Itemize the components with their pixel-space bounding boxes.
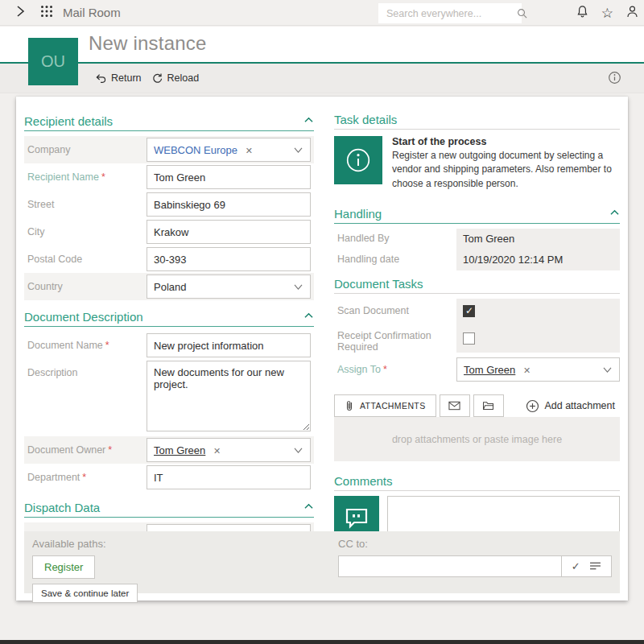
cc-to-input[interactable] <box>338 555 562 577</box>
collapse-chevron-icon[interactable] <box>303 308 314 324</box>
favorites-star-icon[interactable]: ☆ <box>601 6 613 20</box>
assign-to-select[interactable]: Tom Green ✕ <box>456 357 620 382</box>
postal-code-input[interactable] <box>147 247 311 271</box>
register-path-button[interactable]: Register <box>32 555 95 579</box>
field-row-description: Description New documents for our new pr… <box>24 359 314 436</box>
reload-button[interactable]: Reload <box>147 69 204 88</box>
task-info-block: Start of the process Register a new outg… <box>334 136 620 191</box>
remove-chip-icon[interactable]: ✕ <box>246 146 253 155</box>
notifications-bell-icon[interactable] <box>576 5 589 22</box>
collapse-chevron-icon[interactable] <box>303 499 314 514</box>
field-row-country: Country Poland <box>24 273 314 300</box>
field-row-city: City <box>24 218 314 246</box>
company-select[interactable]: WEBCON Europe ✕ <box>147 138 311 162</box>
field-row-recipient-name: Recipient Name* <box>24 163 314 191</box>
required-marker: * <box>105 340 109 351</box>
save-continue-button[interactable]: Save & continue later <box>32 584 138 603</box>
app-title: Mail Room <box>63 6 121 19</box>
assignee-chip[interactable]: Tom Green <box>464 364 515 376</box>
page-title: New instance <box>89 32 206 55</box>
field-row-company: Company WEBCON Europe ✕ <box>24 136 314 163</box>
field-row-document-name: Document Name* <box>24 332 314 359</box>
search-box <box>378 3 522 23</box>
dropzone-hint: drop attachments or paste image here <box>392 434 562 445</box>
street-input[interactable] <box>147 192 311 217</box>
description-textarea[interactable]: New documents for our new project. <box>147 361 311 431</box>
form-footer: Available paths: Register Save & continu… <box>24 531 620 593</box>
field-label: Receipt Confirmation Required <box>334 324 456 353</box>
field-row-handling-date: Handling date 10/19/2020 12:14 PM <box>334 250 620 270</box>
field-row-postal-code: Postal Code <box>24 246 314 273</box>
required-marker: * <box>82 472 86 483</box>
scan-document-checkbox[interactable] <box>463 305 475 317</box>
field-row-handled-by: Handled By Tom Green <box>334 229 620 250</box>
section-title: Document Tasks <box>334 277 423 291</box>
field-label: Street <box>27 199 147 210</box>
bottom-edge <box>0 640 644 644</box>
field-row-department: Department* <box>24 464 314 491</box>
document-owner-select[interactable]: Tom Green ✕ <box>147 438 311 462</box>
receipt-confirmation-checkbox[interactable] <box>463 332 475 345</box>
section-handling: Handling <box>334 205 620 224</box>
collapse-chevron-icon[interactable] <box>303 113 314 128</box>
attachments-dropzone[interactable]: drop attachments or paste image here <box>334 417 620 461</box>
field-label: Description <box>27 361 147 378</box>
remove-chip-icon[interactable]: ✕ <box>523 365 530 375</box>
return-arrow-icon <box>95 72 107 85</box>
process-avatar: OU <box>28 38 78 85</box>
return-button[interactable]: Return <box>90 69 147 88</box>
field-row-document-owner: Document Owner* Tom Green ✕ <box>24 436 314 464</box>
instance-header: New instance <box>0 27 644 62</box>
chevron-down-icon <box>293 447 303 454</box>
chevron-down-icon <box>293 283 303 291</box>
tab-email-attachments[interactable] <box>440 394 470 417</box>
field-label: Handling date <box>334 250 456 270</box>
task-description: Register a new outgoing document by sele… <box>392 149 620 191</box>
department-input[interactable] <box>147 465 311 489</box>
section-title: Recipient details <box>24 114 113 128</box>
reload-icon <box>151 72 163 85</box>
required-marker: * <box>383 364 387 375</box>
document-name-input[interactable] <box>147 333 311 357</box>
field-label: Department* <box>27 472 147 483</box>
search-icon[interactable] <box>516 7 528 19</box>
city-input[interactable] <box>147 220 311 244</box>
app-grid-icon[interactable] <box>40 5 53 21</box>
field-label: City <box>27 226 147 237</box>
confirm-check-icon[interactable]: ✓ <box>572 560 580 572</box>
form-card: Recipient details Company WEBCON Europe … <box>16 97 628 601</box>
chevron-down-icon <box>602 366 613 374</box>
required-marker: * <box>108 444 112 456</box>
info-icon[interactable] <box>608 71 621 88</box>
section-recipient-details: Recipient details <box>24 113 314 131</box>
available-paths-label: Available paths: <box>32 538 330 550</box>
plus-circle-icon <box>526 399 539 413</box>
country-select[interactable]: Poland <box>147 275 311 299</box>
company-chip[interactable]: WEBCON Europe <box>154 144 237 156</box>
attachments-tab-bar: ATTACHMENTS <box>334 394 620 417</box>
field-row-assign-to: Assign To* Tom Green ✕ <box>334 357 620 382</box>
required-marker: * <box>101 171 105 183</box>
user-profile-icon[interactable] <box>625 5 639 22</box>
pick-from-list-icon[interactable] <box>589 559 601 574</box>
paperclip-icon <box>345 400 354 411</box>
collapse-chevron-icon[interactable] <box>609 205 620 221</box>
chevron-down-icon <box>293 147 303 154</box>
envelope-icon <box>448 401 460 411</box>
owner-chip[interactable]: Tom Green <box>154 444 205 456</box>
section-task-details: Task details <box>334 113 620 130</box>
field-label: Country <box>27 281 147 292</box>
section-title: Handling <box>334 207 382 221</box>
field-label: Recipient Name* <box>27 171 147 183</box>
search-input[interactable] <box>378 3 516 23</box>
section-document-description: Document Description <box>24 308 314 327</box>
remove-chip-icon[interactable]: ✕ <box>213 446 221 456</box>
recipient-name-input[interactable] <box>147 165 311 189</box>
section-title: Dispatch Data <box>24 501 100 514</box>
expand-chevron-icon[interactable] <box>13 4 27 22</box>
add-attachment-button[interactable]: Add attachment <box>521 398 620 414</box>
handled-by-value: Tom Green <box>456 229 620 250</box>
tab-attachment-folder[interactable] <box>473 394 504 417</box>
toolbar: Return Reload <box>0 64 644 93</box>
tab-attachments[interactable]: ATTACHMENTS <box>334 394 436 417</box>
